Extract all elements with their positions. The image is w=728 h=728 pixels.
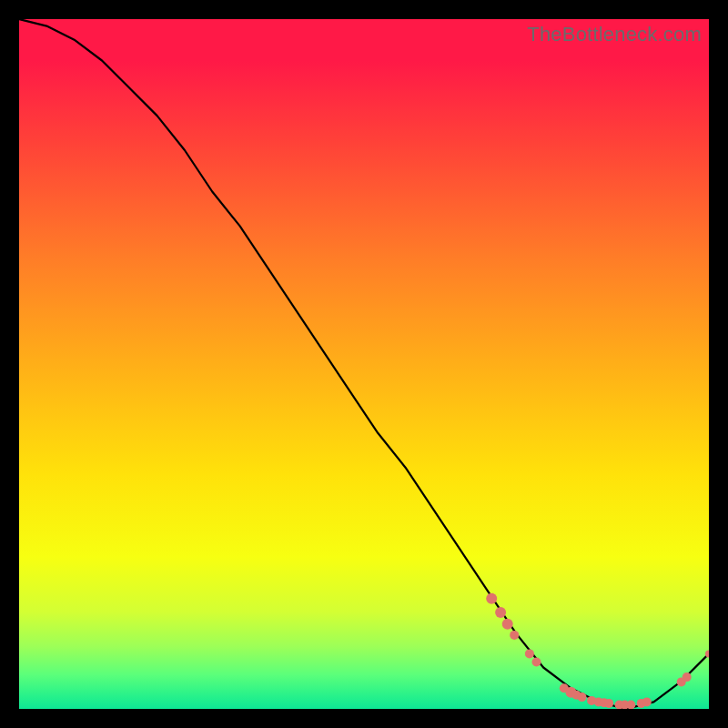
curve-layer bbox=[19, 19, 709, 709]
marker-point bbox=[578, 693, 587, 702]
marker-point bbox=[495, 607, 506, 618]
marker-point bbox=[532, 658, 541, 667]
marker-point bbox=[604, 699, 613, 708]
chart-stage: TheBottleneck.com bbox=[0, 0, 728, 728]
plot-area: TheBottleneck.com bbox=[19, 19, 709, 709]
marker-point bbox=[682, 672, 692, 682]
marker-point bbox=[525, 649, 534, 658]
marker-point bbox=[486, 593, 497, 604]
marker-point bbox=[642, 697, 652, 706]
marker-layer bbox=[486, 593, 709, 709]
marker-point bbox=[502, 619, 513, 630]
marker-point bbox=[510, 631, 519, 640]
bottleneck-curve-path bbox=[19, 19, 709, 709]
